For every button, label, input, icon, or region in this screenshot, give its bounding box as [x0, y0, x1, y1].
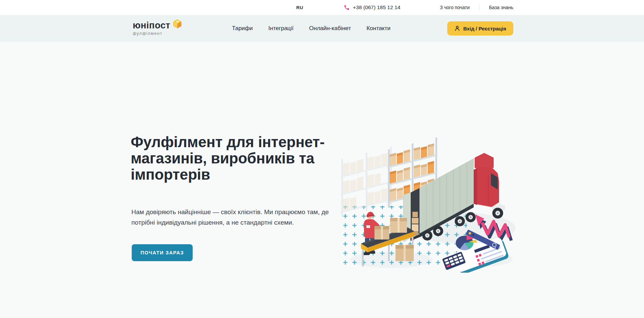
login-register-button[interactable]: Вхід / Реєстрація [447, 21, 513, 36]
site-header: юніпост фулфілмент Тарифи Інтеграції Онл… [0, 15, 644, 42]
link-knowledge-base[interactable]: База знань [479, 5, 513, 10]
login-register-label: Вхід / Реєстрація [463, 26, 506, 31]
main-nav: Тарифи Інтеграції Онлайн-кабінет Контакт… [232, 25, 390, 32]
nav-integrations[interactable]: Інтеграції [269, 25, 294, 32]
phone-link[interactable]: +38 (067) 185 12 14 [344, 4, 400, 10]
logo-subtitle: фулфілмент [133, 31, 182, 36]
link-how-to-start[interactable]: З чого почати [430, 5, 479, 10]
logo[interactable]: юніпост фулфілмент [131, 21, 182, 36]
start-now-button[interactable]: ПОЧАТИ ЗАРАЗ [132, 244, 193, 261]
nav-tariffs[interactable]: Тарифи [232, 25, 253, 32]
phone-icon [344, 4, 350, 10]
nav-contacts[interactable]: Контакти [366, 25, 390, 32]
top-bar: RU +38 (067) 185 12 14 З чого почати Баз… [0, 0, 644, 15]
top-links: З чого почати База знань [430, 4, 513, 11]
hero-illustration [341, 137, 517, 273]
phone-number: +38 (067) 185 12 14 [353, 4, 400, 10]
user-icon [454, 25, 460, 31]
cube-icon [173, 19, 182, 29]
language-selector[interactable]: RU [296, 5, 303, 10]
hero-description: Нам довіряють найцінніше — своїх клієнті… [131, 207, 332, 228]
hero-section: Фулфілмент для інтернет- магазинів, виро… [0, 42, 644, 318]
page-title: Фулфілмент для інтернет- магазинів, виро… [131, 134, 368, 183]
nav-online-cabinet[interactable]: Онлайн-кабінет [309, 25, 351, 32]
logo-title: юніпост [133, 21, 170, 30]
